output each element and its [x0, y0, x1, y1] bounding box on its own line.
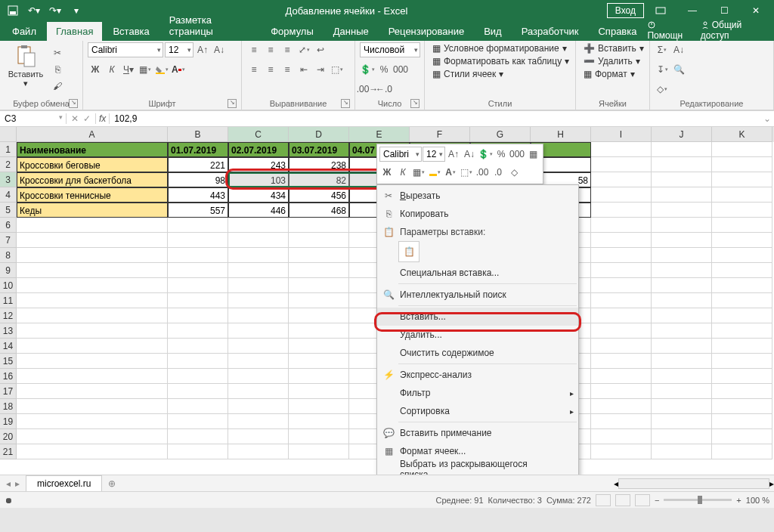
- cell-B17[interactable]: [168, 384, 228, 399]
- cell-I8[interactable]: [591, 248, 652, 263]
- cell-D19[interactable]: [289, 414, 349, 429]
- col-header-D[interactable]: D: [289, 127, 349, 142]
- mini-size-combo[interactable]: 12: [423, 147, 445, 162]
- row-header-21[interactable]: 21: [0, 444, 17, 459]
- formula-input[interactable]: 102,9: [110, 113, 760, 124]
- cell-J16[interactable]: [652, 369, 712, 384]
- cell-I13[interactable]: [591, 323, 652, 339]
- increase-font-icon[interactable]: A↑: [195, 42, 210, 57]
- cell-I17[interactable]: [591, 384, 652, 399]
- sort-filter-icon[interactable]: A↓: [671, 42, 686, 57]
- cell-D4[interactable]: 456: [289, 187, 349, 203]
- mini-fill-icon[interactable]: [427, 165, 442, 180]
- col-header-G[interactable]: G: [470, 127, 531, 142]
- cell-A5[interactable]: Кеды: [17, 203, 168, 218]
- format-cells-button[interactable]: ▦ Формат ▾: [580, 68, 638, 80]
- cell-I11[interactable]: [591, 293, 652, 308]
- cell-I2[interactable]: [591, 157, 652, 172]
- cell-C11[interactable]: [228, 293, 289, 308]
- sheet-next-icon[interactable]: ▸: [15, 478, 20, 489]
- cell-C20[interactable]: [228, 429, 289, 444]
- col-header-E[interactable]: E: [349, 127, 410, 142]
- accounting-icon[interactable]: 💲: [360, 62, 375, 77]
- row-header-15[interactable]: 15: [0, 354, 17, 369]
- cell-D21[interactable]: [289, 444, 349, 459]
- expand-formula-icon[interactable]: ⌄: [760, 113, 774, 124]
- percent-icon[interactable]: %: [376, 62, 392, 77]
- cell-K4[interactable]: [712, 187, 772, 203]
- cell-D11[interactable]: [289, 293, 349, 308]
- share-button[interactable]: Общий доступ: [701, 20, 766, 41]
- cell-J4[interactable]: [652, 187, 712, 203]
- fx-icon[interactable]: fx: [96, 113, 110, 124]
- col-header-I[interactable]: I: [591, 127, 652, 142]
- new-sheet-icon[interactable]: ⊕: [102, 478, 122, 489]
- col-header-F[interactable]: F: [410, 127, 470, 142]
- cell-B8[interactable]: [168, 248, 228, 263]
- ctx-cut[interactable]: ✂Вырезать: [377, 187, 578, 205]
- cell-D15[interactable]: [289, 354, 349, 369]
- ctx-insert-comment[interactable]: 💬Вставить примечание: [377, 424, 578, 442]
- mini-font-combo[interactable]: Calibri: [379, 147, 422, 162]
- cell-I19[interactable]: [591, 414, 652, 429]
- cell-J9[interactable]: [652, 263, 712, 278]
- save-icon[interactable]: [3, 2, 23, 19]
- signin-button[interactable]: Вход: [607, 3, 644, 18]
- merge-icon[interactable]: ⬚: [330, 62, 345, 77]
- cell-D2[interactable]: 238: [289, 157, 349, 172]
- cell-A12[interactable]: [17, 308, 168, 323]
- tab-layout[interactable]: Разметка страницы: [160, 11, 260, 41]
- cell-K1[interactable]: [712, 142, 772, 157]
- col-header-H[interactable]: H: [531, 127, 591, 142]
- row-header-3[interactable]: 3: [0, 172, 17, 187]
- cell-K8[interactable]: [712, 248, 772, 263]
- tab-developer[interactable]: Разработчик: [512, 22, 588, 41]
- align-left-icon[interactable]: ≡: [246, 62, 262, 77]
- align-middle-icon[interactable]: ≡: [263, 42, 278, 57]
- mini-merge-icon[interactable]: ⬚: [459, 165, 474, 180]
- row-header-9[interactable]: 9: [0, 263, 17, 278]
- cell-J19[interactable]: [652, 414, 712, 429]
- align-right-icon[interactable]: ≡: [280, 62, 295, 77]
- ribbon-display-icon[interactable]: [646, 2, 676, 19]
- ctx-pick-from-list[interactable]: Выбрать из раскрывающегося списка...: [377, 460, 578, 475]
- minimize-icon[interactable]: —: [677, 2, 707, 19]
- enter-formula-icon[interactable]: ✓: [83, 113, 91, 124]
- cell-D13[interactable]: [289, 323, 349, 339]
- ctx-format-cells[interactable]: ▦Формат ячеек...: [377, 442, 578, 460]
- cell-J11[interactable]: [652, 293, 712, 308]
- cell-K17[interactable]: [712, 384, 772, 399]
- tab-review[interactable]: Рецензирование: [379, 22, 473, 41]
- hscroll-right-icon[interactable]: ▸: [769, 478, 774, 489]
- cell-B4[interactable]: 443: [168, 187, 228, 203]
- qat-customize-icon[interactable]: ▾: [67, 2, 86, 19]
- name-box[interactable]: C3: [0, 113, 67, 124]
- underline-icon[interactable]: Ч▾: [121, 62, 136, 77]
- cell-A15[interactable]: [17, 354, 168, 369]
- row-header-8[interactable]: 8: [0, 248, 17, 263]
- cell-J18[interactable]: [652, 399, 712, 414]
- cell-K10[interactable]: [712, 278, 772, 293]
- undo-icon[interactable]: ↶▾: [24, 2, 44, 19]
- copy-icon[interactable]: ⎘: [50, 62, 65, 77]
- cell-I9[interactable]: [591, 263, 652, 278]
- row-header-1[interactable]: 1: [0, 142, 17, 157]
- cell-K5[interactable]: [712, 203, 772, 218]
- borders-icon[interactable]: ▦: [138, 62, 153, 77]
- cell-K2[interactable]: [712, 157, 772, 172]
- row-header-19[interactable]: 19: [0, 414, 17, 429]
- tell-me-button[interactable]: Помощн: [647, 20, 689, 41]
- cell-J13[interactable]: [652, 323, 712, 339]
- cell-C4[interactable]: 434: [228, 187, 289, 203]
- row-header-4[interactable]: 4: [0, 187, 17, 203]
- clipboard-launcher-icon[interactable]: ↘: [69, 99, 78, 108]
- cell-B3[interactable]: 98: [168, 172, 228, 187]
- cell-J3[interactable]: [652, 172, 712, 187]
- wrap-text-icon[interactable]: ↩: [313, 42, 328, 57]
- cell-I16[interactable]: [591, 369, 652, 384]
- tab-view[interactable]: Вид: [475, 22, 511, 41]
- cell-B6[interactable]: [168, 218, 228, 233]
- cell-I15[interactable]: [591, 354, 652, 369]
- cell-B16[interactable]: [168, 369, 228, 384]
- row-header-7[interactable]: 7: [0, 233, 17, 248]
